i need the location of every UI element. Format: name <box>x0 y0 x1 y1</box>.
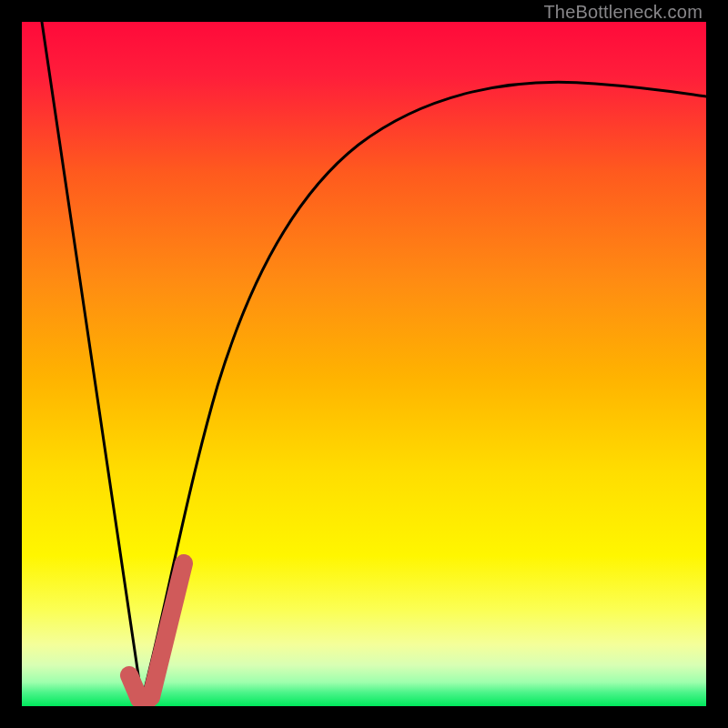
chart-svg <box>22 22 706 706</box>
plot-area <box>22 22 706 706</box>
watermark-text: TheBottleneck.com <box>543 2 703 23</box>
chart-frame: TheBottleneck.com <box>0 0 728 728</box>
gradient-background <box>22 22 706 706</box>
